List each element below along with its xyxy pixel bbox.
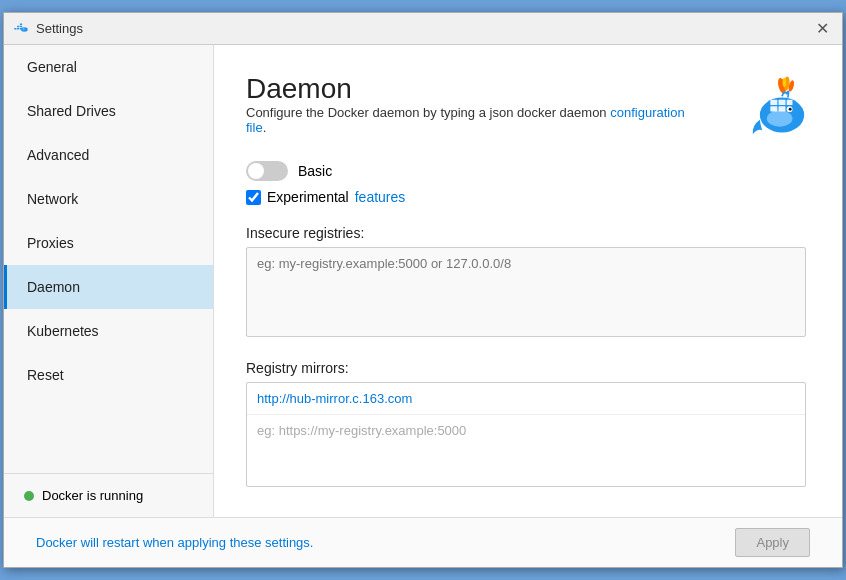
basic-toggle-row: Basic [246,161,810,181]
docker-status: Docker is running [4,473,213,517]
bottom-bar: Docker will restart when applying these … [4,517,842,567]
status-label: Docker is running [42,488,143,503]
insecure-registries-label: Insecure registries: [246,225,810,241]
registry-mirrors-label: Registry mirrors: [246,360,810,376]
content-area: General Shared Drives Advanced Network P… [4,45,842,517]
svg-rect-17 [779,100,786,105]
svg-point-14 [789,108,792,111]
title-bar: Settings ✕ [4,13,842,45]
close-button[interactable]: ✕ [810,17,834,41]
status-dot-green [24,491,34,501]
apply-button[interactable]: Apply [735,528,810,557]
svg-point-7 [23,28,24,29]
svg-rect-18 [787,100,793,105]
mirror-placeholder: eg: https://my-registry.example:5000 [247,415,805,446]
svg-point-11 [783,78,787,87]
sidebar-item-network[interactable]: Network [4,177,213,221]
restart-note: Docker will restart when applying these … [36,535,313,550]
main-panel: Daemon Configure the Docker daemon by ty… [214,45,842,517]
experimental-label: Experimental [267,189,349,205]
sidebar-item-shared-drives[interactable]: Shared Drives [4,89,213,133]
svg-rect-20 [779,106,786,111]
sidebar-item-general[interactable]: General [4,45,213,89]
header-left: Daemon Configure the Docker daemon by ty… [246,73,706,153]
window-title: Settings [36,21,810,36]
registry-mirrors-box: http://hub-mirror.c.163.com eg: https://… [246,382,806,487]
svg-point-15 [767,110,793,126]
svg-rect-0 [14,27,16,29]
svg-rect-5 [20,23,22,25]
experimental-row: Experimental features [246,189,810,205]
basic-label: Basic [298,163,332,179]
mirror-empty-space [247,446,805,486]
svg-rect-1 [17,27,19,29]
sidebar-item-proxies[interactable]: Proxies [4,221,213,265]
svg-rect-4 [20,25,22,27]
features-link[interactable]: features [355,189,406,205]
docker-tray-icon [12,20,30,38]
main-header: Daemon Configure the Docker daemon by ty… [246,73,810,153]
settings-window: Settings ✕ General Shared Drives Advance… [3,12,843,568]
svg-rect-19 [770,106,777,111]
description: Configure the Docker daemon by typing a … [246,105,706,135]
insecure-registries-input[interactable] [246,247,806,337]
sidebar-item-reset[interactable]: Reset [4,353,213,397]
svg-rect-16 [770,100,777,105]
svg-rect-3 [17,25,19,27]
svg-point-6 [21,27,28,32]
sidebar: General Shared Drives Advanced Network P… [4,45,214,517]
toggle-knob [248,163,264,179]
sidebar-item-advanced[interactable]: Advanced [4,133,213,177]
mirror-entry: http://hub-mirror.c.163.com [247,383,805,415]
experimental-checkbox[interactable] [246,190,261,205]
sidebar-item-daemon[interactable]: Daemon [4,265,213,309]
docker-logo [740,73,810,143]
page-title: Daemon [246,73,706,105]
sidebar-item-kubernetes[interactable]: Kubernetes [4,309,213,353]
basic-toggle[interactable] [246,161,288,181]
